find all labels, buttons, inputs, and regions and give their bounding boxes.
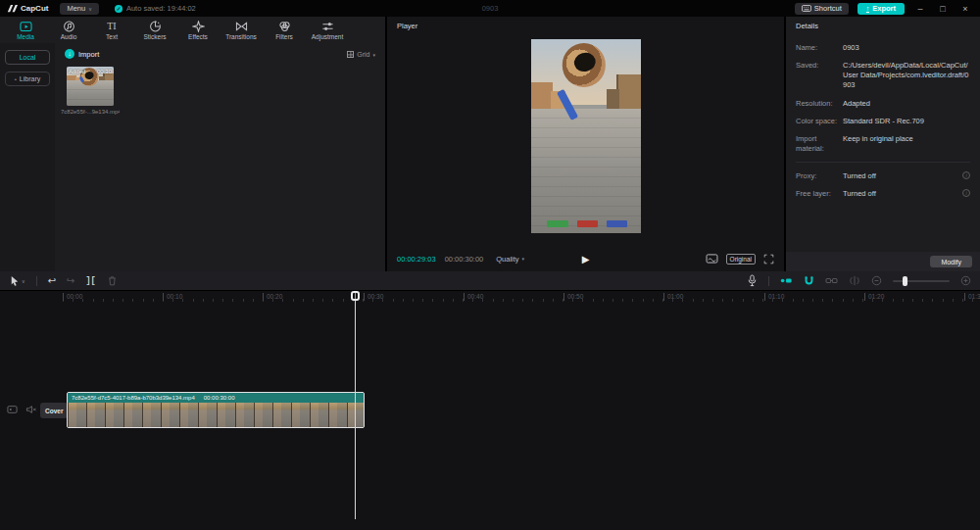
zoom-in-button[interactable]: [960, 275, 971, 286]
chevron-down-icon: ∨: [88, 6, 92, 12]
tab-label: Transitions: [225, 33, 257, 40]
current-timecode: 00:00:29:03: [397, 255, 436, 264]
tab-effects[interactable]: Effects: [176, 21, 220, 40]
magnet-icon: [804, 275, 814, 286]
app-name: CapCut: [21, 4, 48, 13]
cover-button[interactable]: Cover: [40, 403, 68, 418]
menu-button[interactable]: Menu ∨: [60, 3, 98, 15]
shortcut-button[interactable]: Shortcut: [795, 3, 849, 15]
linking-button[interactable]: [825, 275, 838, 286]
capcut-logo: CapCut: [7, 4, 48, 14]
chevron-down-icon: ∨: [22, 278, 25, 284]
ratio-icon[interactable]: [706, 254, 718, 264]
zoom-out-button[interactable]: [871, 275, 882, 286]
tab-label: Text: [106, 33, 118, 40]
menu-label: Menu: [67, 4, 85, 13]
track-thumbnail-toggle[interactable]: [7, 405, 18, 414]
details-panel: Details Name: 0903 Saved: C:/Users/devil…: [786, 17, 980, 271]
info-icon[interactable]: i: [962, 189, 970, 197]
tab-label: Media: [17, 33, 34, 40]
sidebar-item-local[interactable]: Local: [5, 50, 50, 65]
ruler-label: 00:00: [63, 293, 82, 301]
timeline-clip[interactable]: 7c82e55f-d7c5-4017-b89a-b70b3d39e134.mp4…: [67, 392, 365, 428]
fullscreen-icon[interactable]: [763, 254, 774, 265]
cursor-icon: [9, 275, 20, 287]
close-button[interactable]: ×: [958, 4, 972, 14]
autosave-text: Auto saved: 19:44:02: [126, 4, 196, 13]
export-button[interactable]: ↑ Export: [858, 3, 905, 15]
modify-button[interactable]: Modify: [930, 256, 972, 267]
grid-view-button[interactable]: Grid ▾: [347, 51, 375, 58]
shortcut-label: Shortcut: [814, 4, 842, 13]
tab-label: Adjustment: [312, 33, 344, 40]
divider: [36, 276, 37, 286]
detail-row-free-layer: Free layer: Turned off i: [796, 189, 970, 198]
player-stage: [387, 35, 784, 246]
playhead-handle[interactable]: [351, 291, 360, 301]
detail-value: Turned off: [843, 189, 962, 198]
effects-icon: [192, 21, 205, 32]
preview-axis-button[interactable]: [849, 275, 860, 286]
detail-label: Color space:: [796, 117, 843, 126]
play-button[interactable]: ▶: [582, 254, 590, 265]
divider: [768, 276, 769, 286]
minimize-button[interactable]: –: [913, 4, 927, 14]
info-icon[interactable]: i: [962, 171, 970, 179]
timeline-zoom-slider[interactable]: [893, 280, 950, 282]
record-voiceover-button[interactable]: [747, 274, 758, 287]
details-header: Details: [786, 17, 980, 35]
tab-transitions[interactable]: Transitions: [220, 21, 263, 40]
import-icon: ↓: [65, 49, 74, 59]
split-button[interactable]: ][: [85, 276, 95, 286]
scale-selector[interactable]: Original: [726, 254, 756, 265]
import-button[interactable]: ↓ Import: [65, 49, 99, 59]
tab-text[interactable]: TI Text: [90, 21, 133, 40]
zoom-slider-handle[interactable]: [903, 276, 907, 286]
sidebar-item-library[interactable]: • Library: [5, 72, 50, 86]
main-track-magnetic-button[interactable]: [780, 275, 793, 286]
media-clip-card[interactable]: Added 00:30: [67, 67, 114, 106]
detail-row-proxy: Proxy: Turned off i: [796, 171, 970, 180]
tab-label: Filters: [275, 33, 293, 40]
detail-row-saved: Saved: C:/Users/devil/AppData/Local/CapC…: [796, 61, 970, 90]
auto-snap-button[interactable]: [804, 275, 814, 286]
player-panel: Player 00:00:29:03 00:00:30:00 Quality ▾: [387, 17, 784, 271]
tab-media[interactable]: Media: [4, 21, 47, 40]
tab-audio[interactable]: Audio: [47, 21, 90, 40]
media-tab-bar: Media Audio TI Text Stickers Effects: [0, 17, 385, 43]
ruler-ticks: [63, 299, 980, 302]
tab-filters[interactable]: Filters: [263, 21, 306, 40]
detail-value: 0903: [843, 43, 970, 53]
delete-button[interactable]: [107, 275, 118, 287]
undo-button[interactable]: ↩: [48, 276, 56, 286]
trash-icon: [107, 275, 118, 287]
tab-adjustment[interactable]: Adjustment: [306, 21, 349, 40]
import-label: Import: [78, 50, 99, 59]
clip-duration: 00:00:30:00: [204, 393, 235, 403]
tab-stickers[interactable]: Stickers: [133, 21, 176, 40]
detail-row-name: Name: 0903: [796, 43, 970, 53]
track-mute-button[interactable]: [25, 405, 37, 414]
quality-dropdown[interactable]: Quality ▾: [496, 255, 524, 264]
select-tool-button[interactable]: ∨: [9, 275, 25, 287]
clip-filename: 7c82e55f-d7c5-4017-b89a-b70b3d39e134.mp4: [72, 393, 195, 403]
video-preview[interactable]: [531, 39, 641, 233]
adjustment-icon: [321, 21, 334, 32]
preview-axis-icon: [849, 275, 860, 286]
added-badge: Added: [69, 69, 85, 74]
modify-bar: Modify: [786, 252, 980, 271]
capcut-logo-icon: [7, 4, 18, 14]
detail-label: Proxy:: [796, 171, 843, 180]
maximize-button[interactable]: □: [936, 4, 950, 14]
timeline-ruler[interactable]: 00:00 00:10 00:20 00:30 00:40 00:50 01:0…: [0, 291, 980, 303]
saved-check-icon: ✓: [115, 5, 122, 13]
ruler-label: 01:3: [964, 293, 980, 301]
redo-button[interactable]: ↪: [67, 276, 74, 286]
playhead-line[interactable]: [355, 291, 356, 519]
timeline[interactable]: 00:00 00:10 00:20 00:30 00:40 00:50 01:0…: [0, 290, 980, 530]
export-icon: ↑: [866, 5, 870, 13]
media-content: ↓ Import Grid ▾ Added: [55, 43, 385, 271]
detail-label: Saved:: [796, 61, 843, 90]
detail-label: Free layer:: [796, 189, 843, 198]
capcut-window: CapCut Menu ∨ ✓ Auto saved: 19:44:02 090…: [0, 0, 980, 530]
